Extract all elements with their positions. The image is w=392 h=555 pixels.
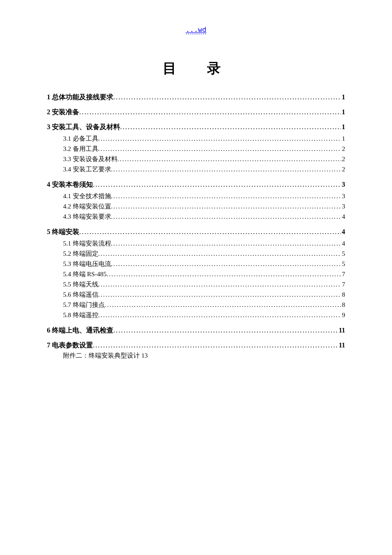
toc-dots bbox=[98, 249, 341, 259]
toc-label: 4 安装本卷须知 bbox=[47, 180, 93, 189]
toc-label: 4.3 终端安装要求 bbox=[63, 211, 111, 222]
toc-page: 8 bbox=[341, 300, 346, 310]
toc-entry[interactable]: 5.7 终端门接点8 bbox=[47, 300, 345, 310]
toc-entry[interactable]: 3.3 安装设备及材料2 bbox=[47, 154, 345, 164]
toc-entry[interactable]: 7 电表参数设置11 bbox=[47, 341, 345, 350]
toc-label: 3.1 必备工具 bbox=[63, 133, 98, 144]
toc-dots bbox=[98, 133, 341, 144]
toc-page: 4 bbox=[341, 211, 346, 222]
toc-title: 目 录 bbox=[47, 59, 345, 78]
toc-dots bbox=[79, 108, 341, 116]
toc-entry[interactable]: 5.3 终端电压电流5 bbox=[47, 259, 345, 269]
toc-label: 6 终端上电、通讯检查 bbox=[47, 326, 113, 335]
header-link-container: ...wd bbox=[47, 26, 345, 34]
toc-dots bbox=[120, 123, 341, 131]
toc-entry[interactable]: 5 终端安装4 bbox=[47, 228, 345, 237]
toc-entry[interactable]: 3.1 必备工具1 bbox=[47, 133, 345, 144]
toc-dots bbox=[107, 269, 341, 279]
toc-label: 3.3 安装设备及材料 bbox=[63, 154, 118, 164]
toc-page: 7 bbox=[341, 279, 346, 289]
toc-page: 9 bbox=[341, 310, 346, 320]
toc-label: 5.2 终端固定 bbox=[63, 249, 98, 259]
toc-page: 11 bbox=[338, 341, 345, 349]
toc-dots bbox=[98, 279, 341, 289]
toc-label: 5.5 终端天线 bbox=[63, 279, 98, 289]
toc-label: 4.2 终端安装位置 bbox=[63, 201, 111, 211]
toc-dots bbox=[118, 154, 341, 164]
toc-page: 8 bbox=[341, 289, 346, 300]
toc-label: 7 电表参数设置 bbox=[47, 341, 93, 350]
toc-page: 7 bbox=[341, 269, 346, 279]
toc-label: 5.7 终端门接点 bbox=[63, 300, 105, 310]
toc-page: 2 bbox=[341, 164, 346, 174]
toc-page: 3 bbox=[341, 201, 346, 211]
header-link[interactable]: ...wd bbox=[186, 26, 206, 34]
toc-label: 3.2 备用工具 bbox=[63, 144, 98, 154]
toc-dots bbox=[111, 164, 341, 174]
toc-entry[interactable]: 2 安装准备1 bbox=[47, 108, 345, 117]
toc-dots bbox=[113, 93, 341, 101]
toc-entry[interactable]: 4.3 终端安装要求4 bbox=[47, 211, 345, 222]
toc-entry[interactable]: 5.2 终端固定5 bbox=[47, 249, 345, 259]
appendix-page: 13 bbox=[141, 352, 148, 359]
toc-label: 5.6 终端遥信 bbox=[63, 289, 98, 300]
toc-container: 1 总体功能及接线要求12 安装准备13 安装工具、设备及材料13.1 必备工具… bbox=[47, 93, 345, 350]
toc-page: 4 bbox=[341, 228, 345, 236]
toc-page: 2 bbox=[341, 144, 346, 154]
toc-dots bbox=[98, 144, 341, 154]
toc-page: 5 bbox=[341, 259, 346, 269]
toc-entry[interactable]: 6 终端上电、通讯检查11 bbox=[47, 326, 345, 335]
toc-dots bbox=[111, 211, 341, 222]
toc-page: 4 bbox=[341, 238, 346, 249]
toc-dots bbox=[111, 191, 341, 201]
toc-dots bbox=[98, 289, 341, 300]
toc-entry[interactable]: 5.8 终端遥控9 bbox=[47, 310, 345, 320]
toc-entry[interactable]: 4.1 安全技术措施3 bbox=[47, 191, 345, 201]
toc-dots bbox=[105, 300, 341, 310]
toc-dots bbox=[93, 181, 341, 188]
toc-label: 5.4 终端 RS-485 bbox=[63, 269, 107, 279]
toc-entry[interactable]: 3.2 备用工具2 bbox=[47, 144, 345, 154]
toc-label: 4.1 安全技术措施 bbox=[63, 191, 111, 201]
toc-entry[interactable]: 4 安装本卷须知3 bbox=[47, 180, 345, 189]
toc-page: 3 bbox=[341, 191, 346, 201]
toc-page: 5 bbox=[341, 249, 346, 259]
toc-dots bbox=[111, 201, 341, 211]
toc-label: 2 安装准备 bbox=[47, 108, 79, 117]
toc-entry[interactable]: 1 总体功能及接线要求1 bbox=[47, 93, 345, 102]
appendix-label: 附件二：终端安装典型设计 bbox=[63, 352, 140, 359]
toc-label: 3.4 安装工艺要求 bbox=[63, 164, 111, 174]
toc-entry[interactable]: 4.2 终端安装位置3 bbox=[47, 201, 345, 211]
toc-entry[interactable]: 3.4 安装工艺要求2 bbox=[47, 164, 345, 174]
toc-label: 5 终端安装 bbox=[47, 228, 79, 237]
toc-label: 3 安装工具、设备及材料 bbox=[47, 123, 120, 132]
toc-entry[interactable]: 3 安装工具、设备及材料1 bbox=[47, 123, 345, 132]
toc-page: 3 bbox=[341, 181, 345, 188]
toc-page: 1 bbox=[341, 108, 345, 116]
toc-dots bbox=[113, 327, 338, 334]
toc-dots bbox=[111, 259, 341, 269]
toc-entry[interactable]: 5.5 终端天线7 bbox=[47, 279, 345, 289]
toc-entry[interactable]: 5.4 终端 RS-4857 bbox=[47, 269, 345, 279]
toc-page: 1 bbox=[341, 123, 345, 131]
toc-dots bbox=[111, 238, 341, 249]
appendix-entry: 附件二：终端安装典型设计 13 bbox=[47, 352, 345, 360]
toc-page: 1 bbox=[341, 133, 346, 144]
toc-entry[interactable]: 5.1 终端安装流程4 bbox=[47, 238, 345, 249]
toc-label: 1 总体功能及接线要求 bbox=[47, 93, 113, 102]
toc-entry[interactable]: 5.6 终端遥信8 bbox=[47, 289, 345, 300]
toc-page: 11 bbox=[338, 327, 345, 334]
toc-label: 5.1 终端安装流程 bbox=[63, 238, 111, 249]
toc-dots bbox=[98, 310, 341, 320]
toc-dots bbox=[79, 228, 341, 236]
toc-label: 5.8 终端遥控 bbox=[63, 310, 98, 320]
toc-dots bbox=[93, 341, 338, 349]
toc-page: 1 bbox=[341, 93, 345, 101]
toc-label: 5.3 终端电压电流 bbox=[63, 259, 111, 269]
toc-page: 2 bbox=[341, 154, 346, 164]
